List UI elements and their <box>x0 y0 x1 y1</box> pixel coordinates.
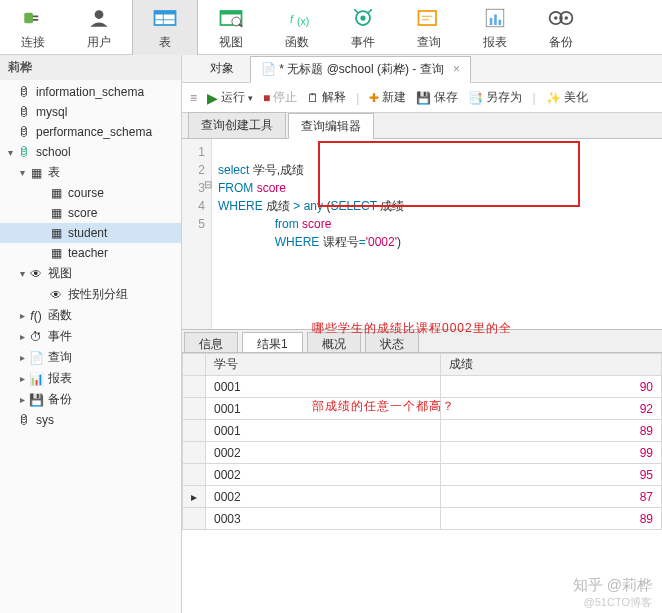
new-button[interactable]: ✚新建 <box>369 89 406 106</box>
run-button[interactable]: ▶运行▾ <box>207 89 253 106</box>
tab-info[interactable]: 信息 <box>184 332 238 352</box>
tab-objects[interactable]: 对象 <box>200 56 244 81</box>
svg-rect-7 <box>221 11 242 15</box>
table-item-icon: ▦ <box>48 205 64 221</box>
backup-small-icon: 💾 <box>28 392 44 408</box>
svg-rect-18 <box>490 18 493 25</box>
node-queries[interactable]: ▸📄查询 <box>0 347 181 368</box>
db-icon: 🛢 <box>16 412 32 428</box>
plug-icon <box>17 4 49 32</box>
backup-label: 备份 <box>549 34 573 51</box>
explain-icon: 🗒 <box>307 91 319 105</box>
query-toolbar: ≡ ▶运行▾ ■停止 🗒解释 | ✚新建 💾保存 📑另存为 | ✨美化 <box>182 83 662 113</box>
query-small-icon: 📄 <box>28 350 44 366</box>
view-item-icon: 👁 <box>48 287 64 303</box>
query-tab-title: * 无标题 @school (莉桦) - 查询 <box>279 62 443 76</box>
table-item-icon: ▦ <box>48 245 64 261</box>
sql-editor[interactable]: 1 2 3 4 5 ⊟ select 学号,成绩 FROM score WHER… <box>182 139 662 329</box>
expand-icon[interactable]: ▸ <box>16 310 28 321</box>
tab-result1[interactable]: 结果1 <box>242 332 303 352</box>
db-sys[interactable]: 🛢sys <box>0 410 181 430</box>
function-button[interactable]: f(x) 函数 <box>264 0 330 55</box>
explain-button[interactable]: 🗒解释 <box>307 89 346 106</box>
user-button[interactable]: 用户 <box>66 0 132 55</box>
expand-icon[interactable]: ▸ <box>16 373 28 384</box>
db-icon: 🛢 <box>16 84 32 100</box>
tab-query[interactable]: 📄 * 无标题 @school (莉桦) - 查询 × <box>250 56 471 83</box>
svg-rect-14 <box>419 11 437 25</box>
view-by-attr-group[interactable]: 👁按性别分组 <box>0 284 181 305</box>
row-marker-header <box>183 354 206 376</box>
gutter: 1 2 3 4 5 <box>182 139 212 329</box>
expand-icon[interactable]: ▸ <box>16 394 28 405</box>
save-button[interactable]: 💾保存 <box>416 89 458 106</box>
tab-builder[interactable]: 查询创建工具 <box>188 112 286 138</box>
cell-id[interactable]: 0003 <box>206 508 441 530</box>
highlight-box <box>318 141 580 207</box>
event-button[interactable]: 事件 <box>330 0 396 55</box>
new-icon: ✚ <box>369 91 379 105</box>
query-button[interactable]: 查询 <box>396 0 462 55</box>
connect-button[interactable]: 连接 <box>0 0 66 55</box>
expand-icon[interactable]: ▸ <box>16 352 28 363</box>
db-information-schema[interactable]: 🛢information_schema <box>0 82 181 102</box>
node-reports[interactable]: ▸📊报表 <box>0 368 181 389</box>
row-marker <box>183 420 206 442</box>
stop-icon: ■ <box>263 91 270 105</box>
svg-text:(x): (x) <box>297 15 309 27</box>
collapse-icon[interactable]: ▾ <box>16 167 28 178</box>
row-marker <box>183 508 206 530</box>
connection-name[interactable]: 莉桦 <box>0 55 181 80</box>
save-as-icon: 📑 <box>468 91 483 105</box>
report-button[interactable]: 报表 <box>462 0 528 55</box>
backup-button[interactable]: 备份 <box>528 0 594 55</box>
table-row[interactable]: 000389 <box>183 508 662 530</box>
save-as-button[interactable]: 📑另存为 <box>468 89 522 106</box>
table-student[interactable]: ▦student <box>0 223 181 243</box>
svg-rect-0 <box>24 13 33 24</box>
cell-score[interactable]: 89 <box>441 508 662 530</box>
db-performance-schema[interactable]: 🛢performance_schema <box>0 122 181 142</box>
beautify-icon: ✨ <box>546 91 561 105</box>
expand-icon[interactable]: ▸ <box>16 331 28 342</box>
node-views[interactable]: ▾👁视图 <box>0 263 181 284</box>
node-functions[interactable]: ▸f()函数 <box>0 305 181 326</box>
table-score[interactable]: ▦score <box>0 203 181 223</box>
query-icon <box>413 4 445 32</box>
main-toolbar: 连接 用户 表 视图 f(x) 函数 事件 查询 <box>0 0 662 55</box>
db-mysql[interactable]: 🛢mysql <box>0 102 181 122</box>
db-school[interactable]: ▾🛢school <box>0 142 181 162</box>
cell-score[interactable]: 87 <box>441 486 662 508</box>
node-backups[interactable]: ▸💾备份 <box>0 389 181 410</box>
view-label: 视图 <box>219 34 243 51</box>
row-marker <box>183 464 206 486</box>
node-tables[interactable]: ▾▦表 <box>0 162 181 183</box>
fold-icon[interactable]: ⊟ <box>204 179 212 190</box>
svg-point-23 <box>554 16 558 20</box>
fn-icon: f() <box>28 308 44 324</box>
event-icon <box>347 4 379 32</box>
tab-editor[interactable]: 查询编辑器 <box>288 113 374 139</box>
table-course[interactable]: ▦course <box>0 183 181 203</box>
svg-point-24 <box>565 16 569 20</box>
code-area[interactable]: select 学号,成绩 FROM score WHERE 成绩 > any (… <box>212 139 662 329</box>
table-icon <box>149 4 181 32</box>
info-icon[interactable]: ≡ <box>190 91 197 105</box>
collapse-icon[interactable]: ▾ <box>4 147 16 158</box>
close-icon[interactable]: × <box>453 62 460 76</box>
table-row[interactable]: ▸000287 <box>183 486 662 508</box>
node-events[interactable]: ▸⏱事件 <box>0 326 181 347</box>
cell-id[interactable]: 0002 <box>206 486 441 508</box>
view-icon <box>215 4 247 32</box>
table-button[interactable]: 表 <box>132 0 198 55</box>
collapse-icon[interactable]: ▾ <box>16 268 28 279</box>
query-sub-tabs: 查询创建工具 查询编辑器 <box>182 113 662 139</box>
row-marker: ▸ <box>183 486 206 508</box>
table-item-icon: ▦ <box>48 185 64 201</box>
user-icon <box>83 4 115 32</box>
connect-label: 连接 <box>21 34 45 51</box>
beautify-button[interactable]: ✨美化 <box>546 89 588 106</box>
table-teacher[interactable]: ▦teacher <box>0 243 181 263</box>
view-button[interactable]: 视图 <box>198 0 264 55</box>
svg-point-1 <box>95 10 104 19</box>
